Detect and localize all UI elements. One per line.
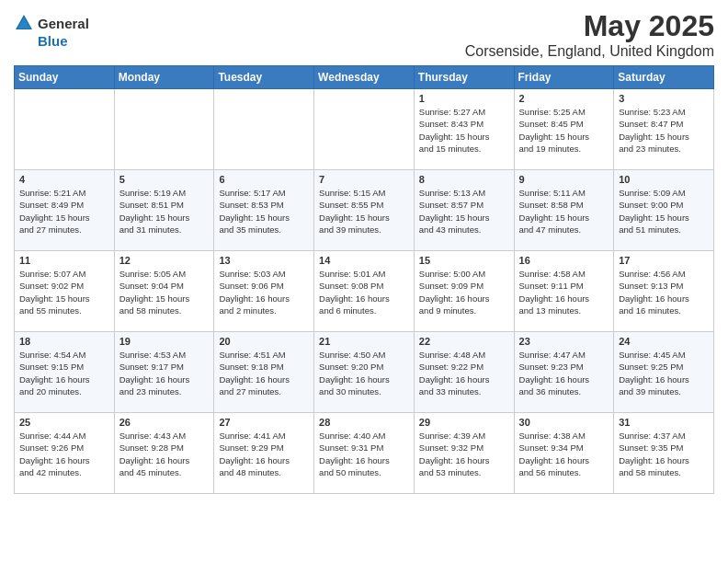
week-row-1: 1Sunrise: 5:27 AM Sunset: 8:43 PM Daylig…	[15, 89, 714, 170]
day-number: 8	[419, 174, 509, 185]
cell-w2-d2: 5Sunrise: 5:19 AM Sunset: 8:51 PM Daylig…	[114, 170, 214, 251]
day-number: 16	[519, 255, 609, 266]
cell-w3-d6: 16Sunrise: 4:58 AM Sunset: 9:11 PM Dayli…	[514, 251, 614, 332]
cell-w4-d7: 24Sunrise: 4:45 AM Sunset: 9:25 PM Dayli…	[614, 332, 714, 413]
day-info: Sunrise: 5:17 AM Sunset: 8:53 PM Dayligh…	[219, 187, 309, 236]
day-info: Sunrise: 5:05 AM Sunset: 9:04 PM Dayligh…	[119, 268, 210, 316]
day-info: Sunrise: 4:53 AM Sunset: 9:17 PM Dayligh…	[119, 349, 210, 397]
title-area: May 2025 Corsenside, England, United Kin…	[465, 9, 714, 60]
week-row-2: 4Sunrise: 5:21 AM Sunset: 8:49 PM Daylig…	[15, 170, 714, 251]
cell-w2-d5: 8Sunrise: 5:13 AM Sunset: 8:57 PM Daylig…	[414, 170, 514, 251]
day-number: 26	[119, 417, 210, 428]
cell-w2-d6: 9Sunrise: 5:11 AM Sunset: 8:58 PM Daylig…	[514, 170, 614, 251]
logo-blue: Blue	[38, 33, 68, 49]
day-info: Sunrise: 4:41 AM Sunset: 9:29 PM Dayligh…	[219, 430, 309, 478]
day-info: Sunrise: 5:11 AM Sunset: 8:58 PM Dayligh…	[519, 187, 609, 236]
day-info: Sunrise: 4:47 AM Sunset: 9:23 PM Dayligh…	[519, 349, 609, 397]
cell-w5-d1: 25Sunrise: 4:44 AM Sunset: 9:26 PM Dayli…	[15, 413, 115, 494]
subtitle: Corsenside, England, United Kingdom	[465, 43, 714, 60]
day-info: Sunrise: 4:58 AM Sunset: 9:11 PM Dayligh…	[519, 268, 609, 316]
cell-w5-d4: 28Sunrise: 4:40 AM Sunset: 9:31 PM Dayli…	[314, 413, 415, 494]
cell-w3-d2: 12Sunrise: 5:05 AM Sunset: 9:04 PM Dayli…	[114, 251, 214, 332]
day-info: Sunrise: 4:45 AM Sunset: 9:25 PM Dayligh…	[619, 349, 709, 397]
day-info: Sunrise: 5:23 AM Sunset: 8:47 PM Dayligh…	[619, 106, 709, 155]
cell-w2-d4: 7Sunrise: 5:15 AM Sunset: 8:55 PM Daylig…	[314, 170, 415, 251]
header-row: Sunday Monday Tuesday Wednesday Thursday…	[15, 66, 714, 89]
day-info: Sunrise: 5:25 AM Sunset: 8:45 PM Dayligh…	[519, 106, 609, 155]
cell-w1-d4	[314, 89, 415, 170]
day-number: 15	[419, 255, 509, 266]
cell-w3-d4: 14Sunrise: 5:01 AM Sunset: 9:08 PM Dayli…	[314, 251, 415, 332]
cell-w3-d7: 17Sunrise: 4:56 AM Sunset: 9:13 PM Dayli…	[614, 251, 714, 332]
day-number: 2	[519, 93, 609, 104]
day-number: 10	[619, 174, 709, 185]
day-number: 1	[419, 93, 509, 104]
day-number: 28	[319, 417, 409, 428]
day-number: 30	[519, 417, 609, 428]
day-info: Sunrise: 5:00 AM Sunset: 9:09 PM Dayligh…	[419, 268, 509, 316]
day-info: Sunrise: 5:07 AM Sunset: 9:02 PM Dayligh…	[19, 268, 109, 316]
day-number: 23	[519, 336, 609, 347]
cell-w4-d2: 19Sunrise: 4:53 AM Sunset: 9:17 PM Dayli…	[114, 332, 214, 413]
day-info: Sunrise: 5:15 AM Sunset: 8:55 PM Dayligh…	[319, 187, 409, 236]
day-number: 7	[319, 174, 409, 185]
cell-w3-d3: 13Sunrise: 5:03 AM Sunset: 9:06 PM Dayli…	[214, 251, 314, 332]
col-saturday: Saturday	[614, 66, 714, 89]
day-number: 18	[19, 336, 109, 347]
cell-w2-d3: 6Sunrise: 5:17 AM Sunset: 8:53 PM Daylig…	[214, 170, 314, 251]
cell-w5-d3: 27Sunrise: 4:41 AM Sunset: 9:29 PM Dayli…	[214, 413, 314, 494]
day-info: Sunrise: 4:38 AM Sunset: 9:34 PM Dayligh…	[519, 430, 609, 478]
day-number: 19	[119, 336, 210, 347]
day-number: 4	[19, 174, 109, 185]
day-info: Sunrise: 4:48 AM Sunset: 9:22 PM Dayligh…	[419, 349, 509, 397]
day-number: 22	[419, 336, 509, 347]
cell-w1-d1	[15, 89, 115, 170]
cell-w1-d6: 2Sunrise: 5:25 AM Sunset: 8:45 PM Daylig…	[514, 89, 614, 170]
day-number: 17	[619, 255, 709, 266]
cell-w4-d5: 22Sunrise: 4:48 AM Sunset: 9:22 PM Dayli…	[414, 332, 514, 413]
day-number: 27	[219, 417, 309, 428]
day-number: 24	[619, 336, 709, 347]
cell-w1-d3	[214, 89, 314, 170]
day-number: 3	[619, 93, 709, 104]
day-info: Sunrise: 4:39 AM Sunset: 9:32 PM Dayligh…	[419, 430, 509, 478]
cell-w5-d5: 29Sunrise: 4:39 AM Sunset: 9:32 PM Dayli…	[414, 413, 514, 494]
day-info: Sunrise: 5:19 AM Sunset: 8:51 PM Dayligh…	[119, 187, 210, 236]
logo-general: General	[38, 16, 89, 31]
day-info: Sunrise: 5:03 AM Sunset: 9:06 PM Dayligh…	[219, 268, 309, 316]
day-number: 9	[519, 174, 609, 185]
cell-w1-d7: 3Sunrise: 5:23 AM Sunset: 8:47 PM Daylig…	[614, 89, 714, 170]
week-row-5: 25Sunrise: 4:44 AM Sunset: 9:26 PM Dayli…	[15, 413, 714, 494]
day-number: 21	[319, 336, 409, 347]
logo-brand: General	[14, 13, 89, 33]
day-number: 11	[19, 255, 109, 266]
day-info: Sunrise: 4:37 AM Sunset: 9:35 PM Dayligh…	[619, 430, 709, 478]
day-number: 14	[319, 255, 409, 266]
calendar-table: Sunday Monday Tuesday Wednesday Thursday…	[14, 65, 714, 494]
day-info: Sunrise: 5:27 AM Sunset: 8:43 PM Dayligh…	[419, 106, 509, 155]
logo-icon	[14, 13, 34, 33]
col-tuesday: Tuesday	[214, 66, 314, 89]
cell-w2-d7: 10Sunrise: 5:09 AM Sunset: 9:00 PM Dayli…	[614, 170, 714, 251]
cell-w4-d1: 18Sunrise: 4:54 AM Sunset: 9:15 PM Dayli…	[15, 332, 115, 413]
day-number: 6	[219, 174, 309, 185]
day-info: Sunrise: 5:21 AM Sunset: 8:49 PM Dayligh…	[19, 187, 109, 236]
day-info: Sunrise: 4:51 AM Sunset: 9:18 PM Dayligh…	[219, 349, 309, 397]
cell-w5-d6: 30Sunrise: 4:38 AM Sunset: 9:34 PM Dayli…	[514, 413, 614, 494]
col-thursday: Thursday	[414, 66, 514, 89]
col-friday: Friday	[514, 66, 614, 89]
header: General Blue May 2025 Corsenside, Englan…	[14, 9, 714, 60]
day-info: Sunrise: 4:56 AM Sunset: 9:13 PM Dayligh…	[619, 268, 709, 316]
day-info: Sunrise: 4:54 AM Sunset: 9:15 PM Dayligh…	[19, 349, 109, 397]
cell-w5-d7: 31Sunrise: 4:37 AM Sunset: 9:35 PM Dayli…	[614, 413, 714, 494]
day-number: 20	[219, 336, 309, 347]
day-number: 31	[619, 417, 709, 428]
day-info: Sunrise: 4:43 AM Sunset: 9:28 PM Dayligh…	[119, 430, 210, 478]
day-number: 5	[119, 174, 210, 185]
cell-w4-d6: 23Sunrise: 4:47 AM Sunset: 9:23 PM Dayli…	[514, 332, 614, 413]
week-row-3: 11Sunrise: 5:07 AM Sunset: 9:02 PM Dayli…	[15, 251, 714, 332]
cell-w1-d2	[114, 89, 214, 170]
col-sunday: Sunday	[15, 66, 115, 89]
day-info: Sunrise: 5:01 AM Sunset: 9:08 PM Dayligh…	[319, 268, 409, 316]
cell-w1-d5: 1Sunrise: 5:27 AM Sunset: 8:43 PM Daylig…	[414, 89, 514, 170]
